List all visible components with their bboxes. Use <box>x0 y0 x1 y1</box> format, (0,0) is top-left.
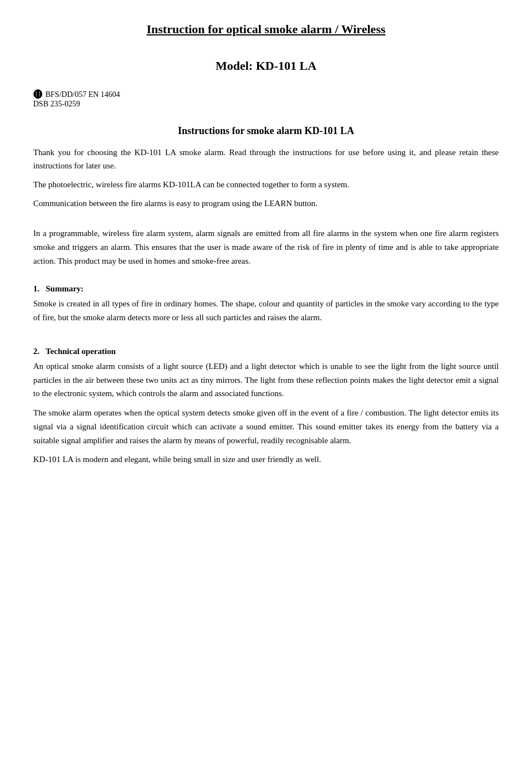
cert-line-2: DSB 235-0259 <box>33 100 499 109</box>
section-2-number: 2. <box>33 347 39 356</box>
certification-block: ⓫ BFS/DD/057 EN 14604 DSB 235-0259 <box>33 90 499 109</box>
section-1-body: Smoke is created in all types of fire in… <box>33 297 499 325</box>
section-1-heading: 1. Summary: <box>33 284 499 294</box>
section-2-heading: 2. Technical operation <box>33 347 499 356</box>
section-2-body2: The smoke alarm operates when the optica… <box>33 406 499 447</box>
page-title: Instruction for optical smoke alarm / Wi… <box>33 22 499 37</box>
intro-paragraph-3: Communication between the fire alarms is… <box>33 197 499 210</box>
section-1-number: 1. <box>33 284 39 293</box>
model-label: Model: KD-101 LA <box>33 59 499 73</box>
cert-line-1: ⓫ BFS/DD/057 EN 14604 <box>33 90 499 100</box>
section-2-body3: KD-101 LA is modern and elegant, while b… <box>33 453 499 466</box>
intro-paragraph-2: The photoelectric, wireless fire alarms … <box>33 178 499 191</box>
intro-paragraph-1: Thank you for choosing the KD-101 LA smo… <box>33 146 499 172</box>
section-1-title: Summary: <box>46 284 84 293</box>
section-2-title: Technical operation <box>45 347 116 356</box>
instructions-heading: Instructions for smoke alarm KD-101 LA <box>33 125 499 137</box>
section-2: 2. Technical operation An optical smoke … <box>33 347 499 466</box>
section-1: 1. Summary: Smoke is created in all type… <box>33 284 499 325</box>
cert-text-1: BFS/DD/057 EN 14604 <box>45 90 120 99</box>
section-2-body1: An optical smoke alarm consists of a lig… <box>33 360 499 401</box>
main-paragraph: In a programmable, wireless fire alarm s… <box>33 227 499 268</box>
ce-mark-icon: ⓫ <box>33 90 42 100</box>
